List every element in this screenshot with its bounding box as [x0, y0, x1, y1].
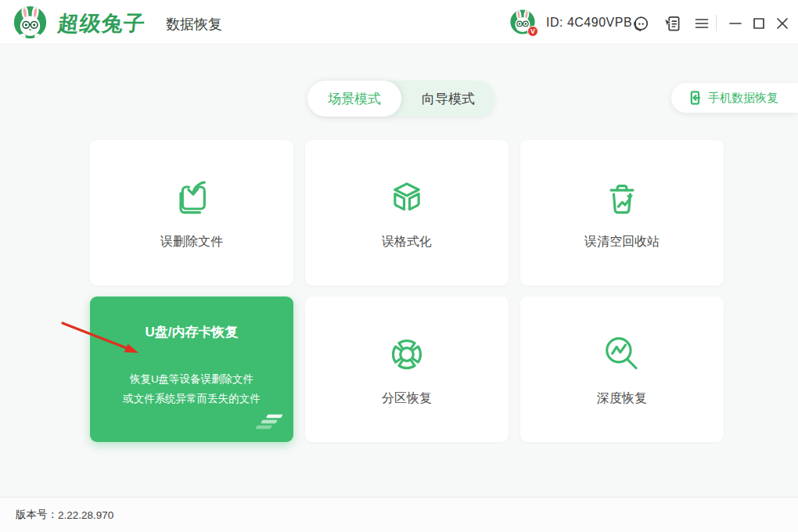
app-window: 超级兔子 数据恢复 V ID:	[0, 0, 798, 532]
phone-data-recovery-button[interactable]: 手机数据恢复	[671, 83, 798, 113]
user-id-label: ID: 4C490VPB	[546, 0, 632, 45]
brand-subtitle: 数据恢复	[166, 15, 222, 34]
feedback-icon	[663, 14, 681, 33]
app-logo-rabbit-icon	[13, 5, 48, 40]
tab-scene-mode[interactable]: 场景模式	[307, 81, 401, 117]
hamburger-menu-icon	[692, 14, 711, 33]
restore-file-icon	[170, 176, 214, 220]
card-label: 误格式化	[382, 234, 432, 250]
brand-wordmark: 超级兔子	[56, 9, 147, 38]
card-label: 分区恢复	[382, 390, 432, 407]
customer-service-button[interactable]	[631, 13, 651, 34]
user-avatar[interactable]: V	[509, 9, 536, 35]
version-number: 2.22.28.970	[58, 509, 113, 521]
trash-restore-icon	[600, 176, 644, 220]
card-deleted-files[interactable]: 误删除文件	[90, 140, 293, 286]
card-label: 误清空回收站	[584, 234, 660, 250]
title-bar: 超级兔子 数据恢复 V ID:	[0, 0, 798, 45]
card-description-line2: 或文件系统异常而丢失的文件	[123, 389, 261, 408]
phone-recovery-label: 手机数据恢复	[708, 91, 778, 106]
layers-stack-icon	[256, 413, 284, 435]
card-usb-memory-card-recovery[interactable]: U盘/内存卡恢复 恢复U盘等设备误删除文件 或文件系统异常而丢失的文件	[90, 297, 293, 442]
minimize-icon	[726, 14, 745, 33]
card-formatted[interactable]: 误格式化	[305, 140, 509, 286]
close-icon	[773, 14, 792, 33]
deep-scan-magnifier-icon	[600, 332, 644, 376]
version-label: 版本号：	[16, 508, 58, 522]
cube-icon	[385, 176, 429, 220]
status-bar: 版本号： 2.22.28.970	[0, 497, 798, 532]
headset-icon	[631, 14, 650, 33]
phone-recovery-icon	[687, 90, 703, 106]
card-partition-recovery[interactable]: 分区恢复	[305, 297, 509, 442]
card-label: 深度恢复	[597, 390, 647, 407]
close-button[interactable]	[772, 13, 793, 34]
vip-badge: V	[527, 26, 538, 37]
feedback-button[interactable]	[662, 13, 682, 34]
card-title: U盘/内存卡恢复	[146, 323, 239, 341]
minimize-button[interactable]	[725, 13, 746, 34]
main-menu-button[interactable]	[692, 13, 712, 34]
card-recycle-bin[interactable]: 误清空回收站	[520, 140, 724, 286]
card-deep-recovery[interactable]: 深度恢复	[520, 297, 724, 442]
card-label: 误删除文件	[160, 234, 223, 250]
maximize-icon	[749, 14, 768, 33]
mode-tabs: 场景模式 向导模式	[307, 81, 495, 117]
card-description: 恢复U盘等设备误删除文件 或文件系统异常而丢失的文件	[123, 369, 261, 408]
tab-wizard-mode[interactable]: 向导模式	[401, 81, 495, 117]
titlebar-divider	[716, 15, 717, 31]
partition-wheel-icon	[385, 332, 429, 376]
maximize-button[interactable]	[749, 13, 769, 34]
card-description-line1: 恢复U盘等设备误删除文件	[123, 369, 261, 389]
